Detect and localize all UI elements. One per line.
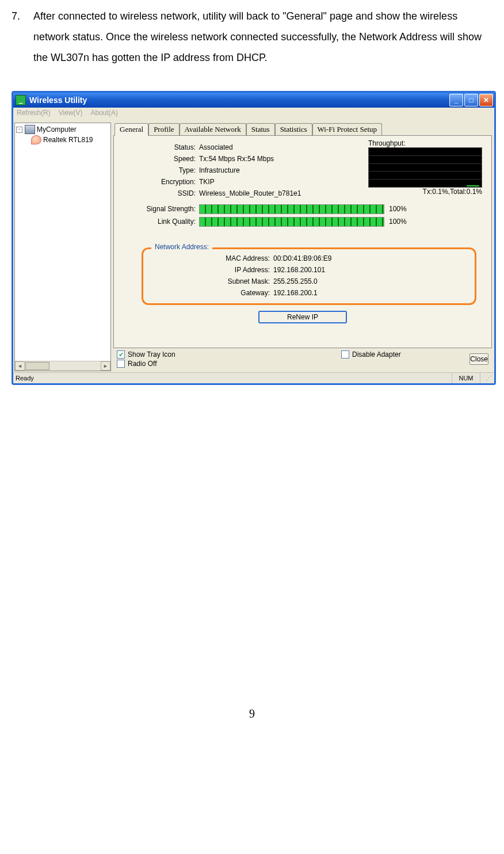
ssid-label: SSID: [121,189,199,197]
ssid-value: Wireless_Mobile_Router_b781e1 [199,189,301,197]
subnet-label: Subnet Mask: [149,277,273,285]
radio-off-label: Radio Off [128,360,156,368]
window-title: Wireless Utility [29,96,87,105]
menu-about[interactable]: About(A) [90,109,117,120]
tree-adapter-row[interactable]: Realtek RTL819 [16,135,109,145]
tab-general[interactable]: General [114,123,148,136]
options-row: ✔ Show Tray Icon Radio Off Disable Adapt… [113,348,492,371]
speed-value: Tx:54 Mbps Rx:54 Mbps [199,155,274,163]
encryption-label: Encryption: [121,178,199,186]
renew-ip-button[interactable]: ReNew IP [258,311,347,323]
menu-refresh[interactable]: Refresh(R) [17,109,51,120]
network-address-group: Network Address: MAC Address:00:D0:41:B9… [142,247,476,305]
type-value: Infrastructure [199,166,240,174]
throughput-label: Throughput: [368,139,483,147]
resize-grip-icon[interactable]: ⋰ [480,375,492,382]
link-quality-label: Link Quality: [121,218,199,226]
tree-scrollbar[interactable]: ◄ ► [15,361,110,371]
computer-icon [25,125,35,134]
tree-root-label: MyComputer [37,124,77,135]
link-quality-bar [199,217,384,227]
page-number: 9 [12,707,492,720]
titlebar[interactable]: ⎯ Wireless Utility _ □ ✕ [13,93,494,108]
encryption-value: TKIP [199,178,215,186]
signal-strength-bar [199,204,384,214]
ip-value: 192.168.200.101 [273,266,325,274]
scroll-thumb[interactable] [25,362,49,370]
tab-statistics[interactable]: Statistics [275,123,312,136]
status-label: Status: [121,143,199,151]
tree-adapter-label: Realtek RTL819 [43,135,93,145]
wireless-utility-window: ⎯ Wireless Utility _ □ ✕ Refresh(R) View… [12,91,496,385]
link-quality-value: 100% [389,218,407,226]
status-num: NUM [452,373,480,383]
signal-strength-value: 100% [389,205,407,213]
scroll-left-icon[interactable]: ◄ [15,361,25,371]
app-icon: ⎯ [16,95,26,105]
tab-available-network[interactable]: Available Network [180,123,246,136]
network-address-legend: Network Address: [151,243,212,251]
status-value: Associated [199,143,233,151]
mac-label: MAC Address: [149,254,273,262]
throughput-text: Tx:0.1%,Total:0.1% [368,188,483,196]
statusbar: Ready NUM ⋰ [13,372,494,383]
tabstrip: General Profile Available Network Status… [113,123,492,135]
ip-label: IP Address: [149,266,273,274]
close-button[interactable]: Close [469,353,488,365]
type-label: Type: [121,166,199,174]
tab-status[interactable]: Status [246,123,275,136]
subnet-value: 255.255.255.0 [273,277,318,285]
instruction-step: 7. After connected to wireless network, … [12,6,492,68]
step-number: 7. [12,6,33,68]
menubar: Refresh(R) View(V) About(A) [13,108,494,121]
minimize-button[interactable]: _ [449,94,463,106]
show-tray-icon-checkbox[interactable]: ✔ Show Tray Icon [117,350,261,359]
radio-off-checkbox[interactable]: Radio Off [117,360,261,368]
maximize-button[interactable]: □ [464,94,478,106]
adapter-icon [31,135,41,144]
tab-page-general: Throughput: Tx:0.1%,Total:0.1% Status:As… [113,135,492,348]
speed-label: Speed: [121,155,199,163]
step-text: After connected to wireless network, uti… [33,6,492,68]
throughput-graph [368,147,482,188]
scroll-right-icon[interactable]: ► [101,361,110,371]
mac-value: 00:D0:41:B9:06:E9 [273,254,331,262]
tab-profile[interactable]: Profile [148,123,179,136]
throughput-spark [467,185,479,186]
collapse-icon[interactable]: - [16,127,22,133]
menu-view[interactable]: View(V) [59,109,83,120]
tab-wifi-protect-setup[interactable]: Wi-Fi Protect Setup [312,123,382,136]
disable-adapter-label: Disable Adapter [352,350,401,359]
throughput-panel: Throughput: Tx:0.1%,Total:0.1% [368,139,483,196]
close-window-button[interactable]: ✕ [479,94,493,106]
status-ready: Ready [16,375,452,382]
gateway-value: 192.168.200.1 [273,289,318,297]
signal-strength-label: Signal Strength: [121,205,199,213]
tree-root-row[interactable]: - MyComputer [16,124,109,135]
check-icon: ✔ [119,352,124,357]
device-tree[interactable]: - MyComputer Realtek RTL819 ◄ ► [14,123,111,371]
disable-adapter-checkbox[interactable]: Disable Adapter [341,350,469,359]
gateway-label: Gateway: [149,289,273,297]
show-tray-icon-label: Show Tray Icon [128,350,175,359]
